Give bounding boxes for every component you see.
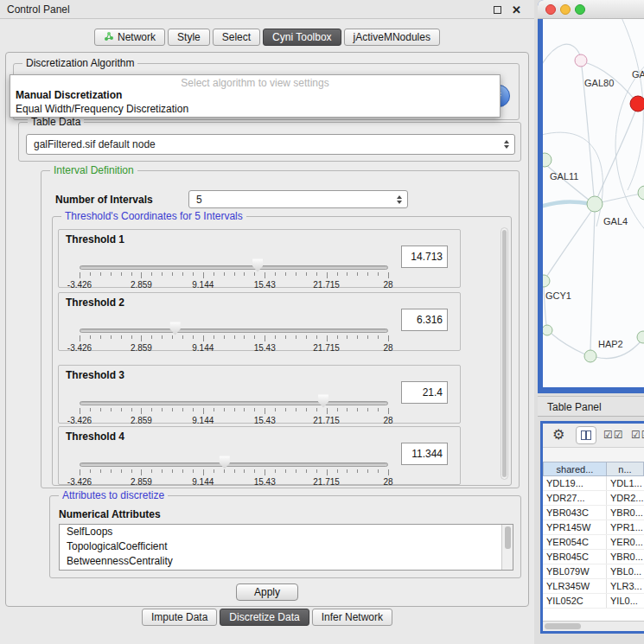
tick-label: 15.43 [254,343,276,353]
tick-mark [388,335,389,341]
close-traffic-light-icon[interactable] [545,4,556,15]
tick-mark [388,408,389,414]
table-row[interactable]: YDR27...YDR2... [543,491,644,506]
tick-mark [80,408,80,414]
tab-network[interactable]: Network [94,29,165,46]
close-icon[interactable]: ✕ [511,4,522,16]
scrollbar-thumb[interactable] [505,526,511,549]
tick-mark [275,469,276,473]
network-edge[interactable] [543,44,580,81]
threshold-value-field[interactable]: 14.713 [401,245,448,268]
network-edge[interactable] [543,202,591,208]
zoom-traffic-light-icon[interactable] [575,4,585,15]
num-intervals-label: Number of Intervals [55,194,153,206]
table-data-group: Table Data galFiltered.sif default node [18,122,521,162]
network-node[interactable] [575,54,587,67]
thresholds-scrollbar[interactable] [501,227,508,480]
list-item[interactable]: BetweennessCentrality [60,554,513,569]
network-edge[interactable] [545,210,592,278]
network-node[interactable] [637,331,644,343]
threshold-value-field[interactable]: 6.316 [401,309,448,331]
attributes-list[interactable]: SelfLoopsTopologicalCoefficientBetweenne… [59,524,513,571]
group-title: Discretization Algorithm [22,57,137,69]
column-header[interactable]: n... [607,462,644,476]
network-node[interactable] [543,275,550,287]
column-settings-button[interactable] [576,426,596,444]
table-row[interactable]: YER054CYER0... [543,535,644,550]
tab-jactivemnodules[interactable]: jActiveMNodules [344,29,440,46]
thresholds-group: Threshold's Coordinates for 5 Intervals … [52,216,512,486]
network-edge[interactable] [590,211,595,350]
network-node[interactable] [543,325,552,335]
slider-ticks [80,408,388,415]
table-header: shared...n... [543,462,644,476]
tick-mark [111,335,112,339]
threshold-value-field[interactable]: 21.4 [401,381,448,404]
tick-mark [327,335,328,341]
slider-thumb[interactable] [252,258,264,272]
tab-infer-network[interactable]: Infer Network [312,609,392,626]
network-edge[interactable] [602,194,641,202]
tab-cyni-toolbox[interactable]: Cyni Toolbox [263,29,341,46]
tab-discretize-data[interactable]: Discretize Data [220,609,309,626]
threshold-slider-track[interactable] [80,462,388,467]
tab-select[interactable]: Select [213,29,260,46]
threshold-slider-track[interactable] [80,401,388,405]
table-row[interactable]: YBR045CYBR0... [543,550,644,564]
table-row[interactable]: YDL19...YDL1... [543,476,644,491]
tick-mark [254,335,255,339]
attributes-scrollbar[interactable] [501,525,513,570]
scrollbar-thumb[interactable] [545,623,581,629]
deselect-all-icon[interactable]: ☑☑ [631,429,644,441]
table-row[interactable]: YBL079WYBL0... [543,564,644,579]
table-row[interactable]: YLR345WYLR3... [543,579,644,594]
table-cell: YBR0... [607,506,644,520]
threshold-panel: Threshold 2-3.4262.8599.14415.4321.71528… [58,292,461,351]
slider-thumb[interactable] [318,394,329,408]
network-node[interactable] [543,153,552,167]
group-title: Threshold's Coordinates for 5 Intervals [61,210,246,222]
table-data-combobox[interactable]: galFiltered.sif default node [26,134,515,155]
tab-style[interactable]: Style [168,29,210,46]
group-title: Interval Definition [50,164,137,176]
num-intervals-combobox[interactable]: 5 [188,190,408,208]
dropdown-option[interactable]: Manual Discretization [16,89,122,101]
tick-mark [378,408,379,411]
column-header[interactable]: shared... [543,462,607,476]
network-node[interactable] [584,350,596,362]
minimize-traffic-light-icon[interactable] [560,4,571,15]
network-node[interactable] [638,186,644,200]
dropdown-option[interactable]: Equal Width/Frequency Discretization [16,103,188,115]
table-row[interactable]: YBR043CYBR0... [543,506,644,520]
network-canvas[interactable]: GAL80GALGAL11GAL4GCY1HAP2 [543,19,644,387]
slider-tick-labels: -3.4262.8599.14415.4321.71528 [80,343,388,353]
network-edge[interactable] [552,334,585,354]
dropdown-placeholder: Select algorithm to view settings [10,77,500,89]
tick-mark [151,272,152,276]
tick-mark [182,408,183,411]
tick-mark [244,335,245,339]
threshold-panel: Threshold 4-3.4262.8599.14415.4321.71528… [58,426,461,485]
tick-label: 15.43 [254,416,276,425]
select-all-icon[interactable]: ☑☑ [603,429,624,441]
network-node[interactable] [587,196,603,212]
slider-thumb[interactable] [169,322,181,335]
panel-title: Control Panel [7,3,70,16]
gear-icon[interactable]: ⚙ [552,426,564,443]
slider-thumb[interactable] [219,456,230,469]
scrollbar-thumb[interactable] [502,230,507,477]
tick-mark [275,408,276,411]
list-item[interactable]: SelfLoops [60,525,513,539]
network-node[interactable] [630,96,644,112]
list-item[interactable]: TopologicalCoefficient [60,539,513,554]
threshold-slider-track[interactable] [80,328,388,333]
threshold-value-field[interactable]: 11.344 [401,443,448,465]
float-window-icon[interactable] [492,4,503,16]
table-row[interactable]: YPR145WYPR1... [543,520,644,535]
node-label: GAL80 [584,78,614,88]
tab-impute-data[interactable]: Impute Data [142,609,217,626]
threshold-slider-track[interactable] [80,265,388,270]
apply-button[interactable]: Apply [236,583,298,601]
table-hscrollbar[interactable] [543,621,644,631]
table-row[interactable]: YIL052CYIL0... [543,594,644,609]
